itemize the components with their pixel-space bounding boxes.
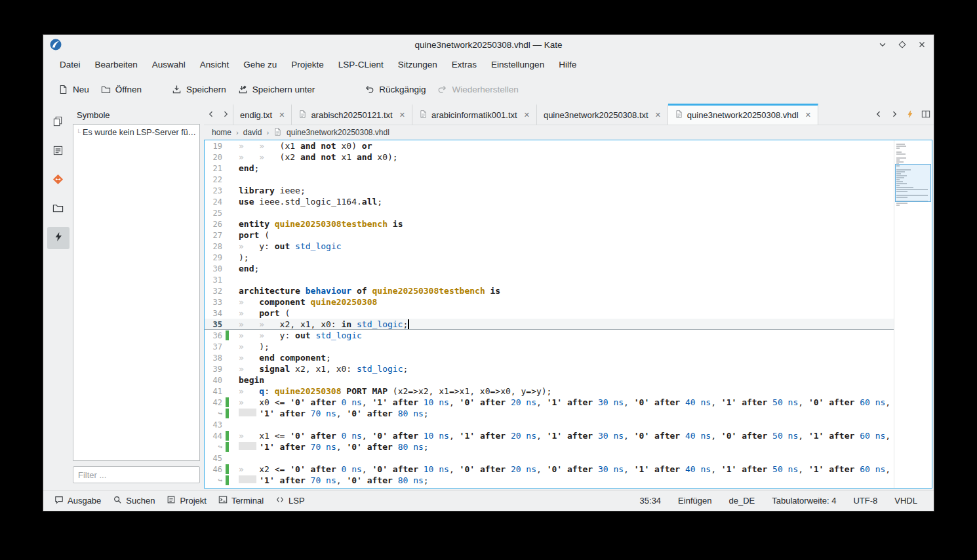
menu-lsp-client[interactable]: LSP-CLient <box>331 54 391 75</box>
code-line[interactable]: 24use ieee.std_logic_1164.all; <box>205 196 894 207</box>
code-line-wrap[interactable]: ↪'1' after 70 ns, '0' after 80 ns; <box>205 441 894 452</box>
syntax-mode[interactable]: VHDL <box>886 496 926 506</box>
menu-projekte[interactable]: Projekte <box>284 54 331 75</box>
tab-label: endig.txt <box>240 110 272 120</box>
code-line[interactable]: 44»x1 <= '0' after 0 ns, '0' after 10 ns… <box>205 430 894 441</box>
tab-width[interactable]: Tabulatorweite: 4 <box>763 496 845 506</box>
outline-panel-button[interactable] <box>47 140 70 163</box>
tab-arabicinformatik001-txt[interactable]: arabicinformatik001.txt✕ <box>412 104 537 125</box>
symbols-filter-input[interactable] <box>73 466 200 483</box>
tab-arabisch20250121-txt[interactable]: arabisch20250121.txt✕ <box>292 104 412 125</box>
statusbar-toggle-projekt[interactable]: Projekt <box>161 492 212 509</box>
code-text: end; <box>229 487 259 488</box>
code-line[interactable]: 31 <box>205 274 894 285</box>
breadcrumb-item-home[interactable]: home <box>212 128 231 137</box>
code-line[interactable]: 43 <box>205 419 894 430</box>
symbols-panel-button[interactable] <box>47 227 70 249</box>
tab-back-button[interactable] <box>204 104 218 125</box>
filesystem-panel-button[interactable] <box>47 198 70 220</box>
code-line-wrap[interactable]: ↪'1' after 70 ns, '0' after 80 ns; <box>205 475 894 486</box>
code-line[interactable]: 32architecture behaviour of quine2025030… <box>205 285 894 296</box>
save-button[interactable]: Speichern <box>166 80 232 99</box>
minimap-scrollbar[interactable] <box>894 140 932 488</box>
statusbar-toggle-suchen[interactable]: Suchen <box>107 492 161 509</box>
code-lines[interactable]: 19»»(x1 and not x0) or20»»(x2 and not x1… <box>205 140 894 488</box>
statusbar-toggle-terminal[interactable]: Terminal <box>212 492 269 509</box>
code-line[interactable]: 25 <box>205 207 894 218</box>
code-line[interactable]: 30end; <box>205 263 894 274</box>
code-line[interactable]: 28»y: out std_logic <box>205 241 894 252</box>
code-line[interactable]: 22 <box>205 174 894 185</box>
code-line[interactable]: 42»x0 <= '0' after 0 ns, '1' after 10 ns… <box>205 397 894 408</box>
code-line[interactable]: 36»»y: out std_logic <box>205 330 894 341</box>
redo-button[interactable]: Wiederherstellen <box>431 80 524 99</box>
code-text: end; <box>229 163 259 173</box>
tab-forward-button[interactable] <box>218 104 233 125</box>
code-line[interactable]: 41»q: quine20250308 PORT MAP (x2=>x2, x1… <box>205 386 894 397</box>
undo-button[interactable]: Rückgängig <box>359 80 431 99</box>
tab-scroll-right-button[interactable] <box>887 110 902 118</box>
save-as-button[interactable]: Speichern unter <box>232 80 321 99</box>
symbols-list[interactable]: └ Es wurde kein LSP-Server fü… <box>73 124 200 461</box>
tab-quine3network20250308-txt[interactable]: quine3network20250308.txt✕ <box>537 104 668 125</box>
close-icon[interactable] <box>917 39 927 50</box>
line-number: 30 <box>205 264 226 273</box>
menu-extras[interactable]: Extras <box>445 54 484 75</box>
git-panel-button[interactable] <box>47 169 70 191</box>
minimize-icon[interactable] <box>877 39 888 50</box>
tab-quine3network20250308-vhdl[interactable]: quine3network20250308.vhdl✕ <box>668 104 818 125</box>
titlebar[interactable]: quine3network20250308.vhdl — Kate <box>43 35 934 54</box>
breadcrumb-item-david[interactable]: david <box>243 128 262 137</box>
code-line[interactable]: 33»component quine20250308 <box>205 296 894 308</box>
code-line[interactable]: 20»»(x2 and not x1 and x0); <box>205 151 894 163</box>
split-view-icon[interactable] <box>918 110 934 119</box>
code-line[interactable]: 27port ( <box>205 230 894 241</box>
tab-label: quine3network20250308.vhdl <box>687 110 799 120</box>
code-line[interactable]: 23library ieee; <box>205 185 894 196</box>
menu-einstellungen[interactable]: Einstellungen <box>484 54 551 75</box>
tab-close-icon[interactable]: ✕ <box>655 111 661 119</box>
symbols-empty-message: └ Es wurde kein LSP-Server fü… <box>73 125 199 140</box>
lightning-icon[interactable] <box>902 110 918 119</box>
code-line[interactable]: 45 <box>205 452 894 464</box>
open-button[interactable]: Öffnen <box>95 80 148 99</box>
statusbar-toggle-label: Terminal <box>231 496 264 506</box>
minimap-viewport[interactable] <box>895 164 931 202</box>
menu-datei[interactable]: Datei <box>52 54 88 75</box>
code-line[interactable]: 34»port ( <box>205 308 894 319</box>
breadcrumb-file[interactable]: quine3network20250308.vhdl <box>287 128 389 137</box>
code-line-wrap[interactable]: ↪'1' after 70 ns, '0' after 80 ns; <box>205 408 894 419</box>
menu-gehe-zu[interactable]: Gehe zu <box>236 54 284 75</box>
code-line[interactable]: 19»»(x1 and not x0) or <box>205 140 894 151</box>
tab-endig-txt[interactable]: endig.txt✕ <box>233 104 292 125</box>
menu-hilfe[interactable]: Hilfe <box>551 54 584 75</box>
code-line[interactable]: 21end; <box>205 163 894 174</box>
dictionary[interactable]: de_DE <box>720 496 763 506</box>
input-mode[interactable]: Einfügen <box>669 496 720 506</box>
new-button[interactable]: Neu <box>52 80 95 99</box>
menu-bearbeiten[interactable]: Bearbeiten <box>88 54 145 75</box>
maximize-icon[interactable] <box>897 39 907 50</box>
menu-ansicht[interactable]: Ansicht <box>193 54 236 75</box>
encoding[interactable]: UTF-8 <box>845 496 886 506</box>
code-line[interactable]: 39»signal x2, x1, x0: std_logic; <box>205 363 894 374</box>
tab-scroll-left-button[interactable] <box>871 110 887 118</box>
code-line[interactable]: 40begin <box>205 374 894 386</box>
tab-close-icon[interactable]: ✕ <box>524 111 530 119</box>
code-line[interactable]: 26entity quine20250308testbench is <box>205 218 894 230</box>
code-line[interactable]: 47end; <box>205 486 894 488</box>
documents-panel-button[interactable] <box>47 111 70 134</box>
statusbar-toggle-lsp[interactable]: LSP <box>269 492 311 509</box>
tab-close-icon[interactable]: ✕ <box>805 111 811 119</box>
menu-sitzungen[interactable]: Sitzungen <box>391 54 445 75</box>
tab-close-icon[interactable]: ✕ <box>279 111 285 119</box>
cursor-position[interactable]: 35:34 <box>631 496 670 506</box>
code-line[interactable]: 35»»x2, x1, x0: in std_logic; <box>205 319 894 330</box>
code-line[interactable]: 46»x2 <= '0' after 0 ns, '0' after 10 ns… <box>205 464 894 475</box>
code-line[interactable]: 38»end component; <box>205 352 894 363</box>
code-line[interactable]: 37»); <box>205 341 894 352</box>
menu-auswahl[interactable]: Auswahl <box>145 54 193 75</box>
code-line[interactable]: 29); <box>205 252 894 263</box>
statusbar-toggle-ausgabe[interactable]: Ausgabe <box>49 492 107 509</box>
tab-close-icon[interactable]: ✕ <box>399 111 405 119</box>
